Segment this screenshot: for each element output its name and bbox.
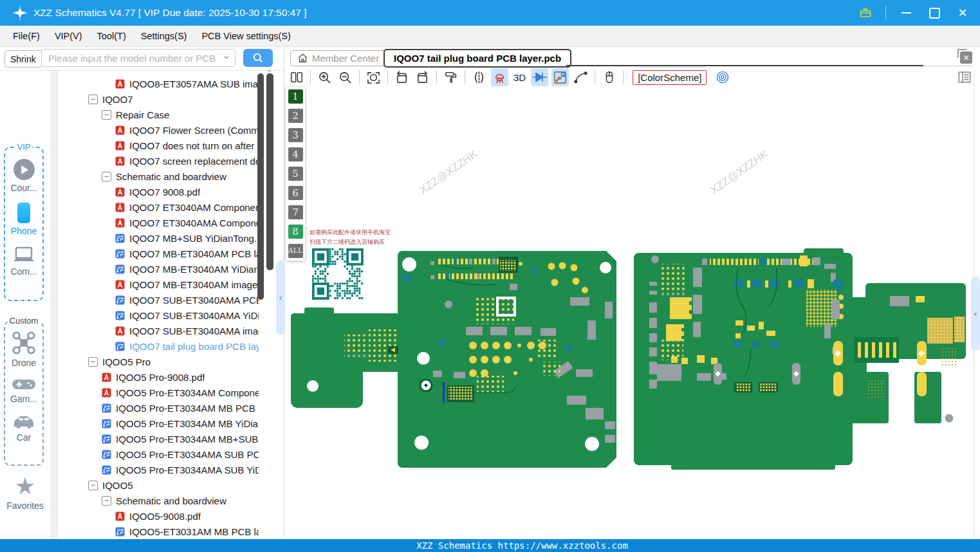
minimize-button[interactable] xyxy=(898,5,914,21)
collapse-right-panel-handle[interactable]: ‹ xyxy=(971,277,980,351)
sidebar-item-games[interactable]: Gam... xyxy=(10,378,37,404)
tree-item-label: IQOO5 Pro-ET3034AMA SUB YiDia xyxy=(116,465,259,475)
tree-file[interactable]: IQOO5-ET3031AM MB PCB laye xyxy=(58,524,259,539)
tree-node[interactable]: −IQOO7 xyxy=(58,91,259,107)
tree-file[interactable]: IQOO7 MB-ET3040AM PCB laye xyxy=(58,246,259,261)
tree-file[interactable]: IQOO7 SUB-ET3040AMA YiDian xyxy=(58,308,259,323)
tree-node[interactable]: −Repair Case xyxy=(58,107,259,122)
layer-button-3[interactable]: 3 xyxy=(288,128,303,142)
layer-button-ALL[interactable]: ALL xyxy=(288,244,303,258)
menu-item-3[interactable]: Tool(T) xyxy=(96,30,127,42)
tree-file[interactable]: IQOO7 ET3040AM Component xyxy=(58,199,259,215)
tree-file[interactable]: IQOO5 Pro-ET3034AMA SUB YiDia xyxy=(58,462,259,477)
qr-note-line1: 如需购买此配件请使用手机淘宝 xyxy=(310,228,419,237)
tree-file[interactable]: IQOO7 MB-ET3040AM YiDianTo xyxy=(58,261,259,277)
watermark: XZZ@XZZHK xyxy=(708,147,771,196)
layer-button-7[interactable]: 7 xyxy=(288,205,303,219)
menu-bar: File(F)VIP(V)Tool(T)Settings(S)PCB View … xyxy=(0,26,980,47)
tree-file[interactable]: IQOO5 Pro-ET3034AM MB YiDianT xyxy=(58,416,259,431)
pdf-file-icon xyxy=(115,141,125,151)
search-button[interactable] xyxy=(243,49,273,67)
collapse-node-icon[interactable]: − xyxy=(88,95,98,104)
tree-file[interactable]: IQOO7 9008.pdf xyxy=(58,184,259,199)
home-icon xyxy=(297,53,308,64)
sidebar-item-courses[interactable]: Cour... xyxy=(10,159,37,193)
layer-button-8[interactable]: 8 xyxy=(288,225,303,239)
collapse-node-icon[interactable]: − xyxy=(88,481,98,490)
tree-file[interactable]: IQOO8-ET3057AMA SUB image.pdf xyxy=(58,76,259,91)
gamepad-icon xyxy=(12,378,36,391)
pcb-file-icon xyxy=(115,527,125,537)
member-center-button[interactable]: Member Center xyxy=(290,50,386,66)
window-title: XZZ Schematics V4.77 [ VIP Due date: 202… xyxy=(33,7,307,19)
tree-file[interactable]: IQOO5-9008.pdf xyxy=(58,508,259,524)
tree-item-label: IQOO7 xyxy=(102,94,133,105)
tree-file[interactable]: IQOO5 Pro-ET3034AM Component xyxy=(58,385,259,400)
tree-node[interactable]: −IQOO5 Pro xyxy=(58,354,259,369)
menu-item-5[interactable]: PCB View settings(S) xyxy=(200,30,291,42)
collapse-node-icon[interactable]: − xyxy=(102,496,111,506)
sidebar-item-drone[interactable]: Drone xyxy=(12,331,36,368)
pcb-file-icon xyxy=(102,434,111,444)
title-bar: XZZ Schematics V4.77 [ VIP Due date: 202… xyxy=(0,0,980,26)
phone-icon xyxy=(17,203,30,223)
tree-file[interactable]: IQOO5 Pro-ET3034AM MB+SUB Y xyxy=(58,431,259,446)
maximize-button[interactable] xyxy=(926,5,943,21)
document-tab[interactable]: IQOO7 tail plug board PCB layer.pcb xyxy=(384,49,571,68)
tree-node[interactable]: −IQOO5 xyxy=(58,477,259,493)
collapse-node-icon[interactable]: − xyxy=(102,110,111,120)
license-icon[interactable] xyxy=(857,5,874,21)
tree-scrollbar[interactable] xyxy=(257,73,264,300)
tree-scrollbar-secondary[interactable] xyxy=(266,73,273,270)
tree-file[interactable]: IQOO5 Pro-ET3034AM MB PCB lay xyxy=(58,400,259,416)
tree-item-label: IQOO5 Pro xyxy=(102,356,151,367)
sidebar-item-phone[interactable]: Phone xyxy=(11,203,37,236)
shrink-button[interactable]: Shrink xyxy=(5,50,42,68)
pcb-file-icon xyxy=(102,450,111,459)
menu-item-1[interactable]: File(F) xyxy=(12,30,41,42)
layer-button-6[interactable]: 6 xyxy=(288,186,303,200)
pdf-file-icon xyxy=(115,280,125,290)
menu-item-2[interactable]: VIP(V) xyxy=(53,30,84,42)
sidebar-item-favorites[interactable]: ★ Favorites xyxy=(0,475,50,511)
tree-item-label: IQOO7 tail plug board PCB laye xyxy=(129,341,259,352)
chevron-down-icon[interactable]: ⌄ xyxy=(222,50,230,61)
tabstrip-line xyxy=(566,65,923,66)
layer-button-1[interactable]: 1 xyxy=(288,89,303,104)
tree-item-label: IQOO5 Pro-ET3034AM MB YiDianT xyxy=(116,418,259,429)
pcb-view[interactable]: XZZ@XZZHK XZZ@XZZHK XZZ@XZZHK XZZ@XZZHK xyxy=(285,71,974,539)
tree-node[interactable]: −Schematic and boardview xyxy=(58,169,259,184)
close-button[interactable]: ✕ xyxy=(954,5,971,21)
tree-file[interactable]: IQOO7 SUB-ET3040AMA image xyxy=(58,323,259,338)
collapse-left-panel-handle[interactable]: ‹ xyxy=(276,261,285,335)
tree-node[interactable]: −Schematic and boardview xyxy=(58,493,259,508)
search-input[interactable] xyxy=(41,49,236,67)
tree-file[interactable]: IQOO7 MB+SUB YiDianTong.pc xyxy=(58,230,259,246)
pcb-file-icon xyxy=(115,264,125,274)
menu-item-4[interactable]: Settings(S) xyxy=(140,30,189,42)
tree-file[interactable]: IQOO7 MB-ET3040AM image.pc xyxy=(58,277,259,292)
collapse-node-icon[interactable]: − xyxy=(102,172,111,181)
tree-file[interactable]: IQOO7 ET3040AMA Componen xyxy=(58,215,259,230)
layer-button-4[interactable]: 4 xyxy=(288,147,303,161)
tree-file[interactable]: IQOO7 Flower Screen (Common xyxy=(58,122,259,138)
sidebar: VIP Cour... Phone Com... Custom xyxy=(0,71,50,539)
titlebar-separator xyxy=(885,6,886,20)
search-box: ⌄ xyxy=(41,49,236,67)
tree-file[interactable]: IQOO5 Pro-9008.pdf xyxy=(58,369,259,385)
tree-item-label: IQOO7 SUB-ET3040AMA PCB la xyxy=(129,295,259,306)
tree-file[interactable]: IQOO5 Pro-ET3034AMA SUB PCB xyxy=(58,446,259,462)
sidebar-item-computer[interactable]: Com... xyxy=(10,246,37,277)
search-icon xyxy=(252,51,264,64)
close-tab-icon[interactable]: ✕ xyxy=(960,51,972,64)
tree-file[interactable]: IQOO7 SUB-ET3040AMA PCB la xyxy=(58,292,259,308)
sidebar-item-car[interactable]: Car xyxy=(12,414,36,443)
tree-item-label: IQOO7 SUB-ET3040AMA YiDian xyxy=(129,310,259,321)
tree-file[interactable]: IQOO7 screen replacement doe xyxy=(58,153,259,169)
tree-file[interactable]: IQOO7 tail plug board PCB laye xyxy=(58,338,259,354)
tree-file[interactable]: IQOO7 does not turn on after ch xyxy=(58,138,259,153)
collapse-node-icon[interactable]: − xyxy=(88,357,98,367)
layer-button-2[interactable]: 2 xyxy=(288,109,303,123)
layer-button-5[interactable]: 5 xyxy=(288,167,303,181)
pcb-file-icon xyxy=(115,249,125,259)
